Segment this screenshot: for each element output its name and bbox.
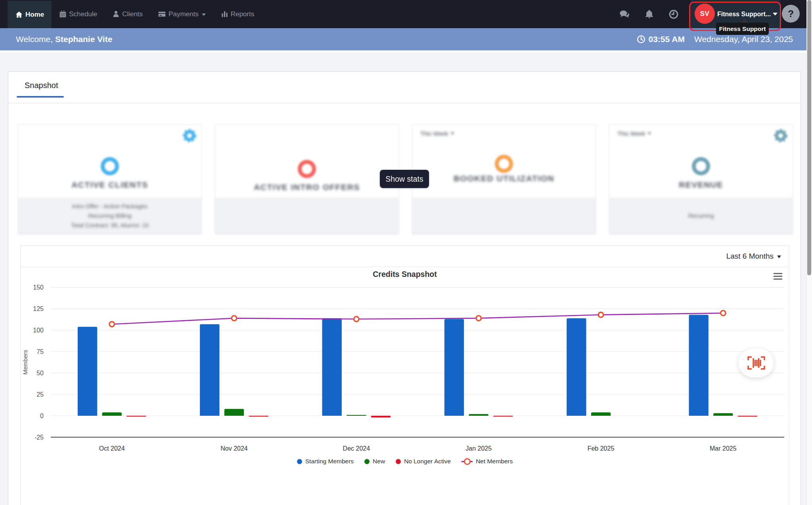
svg-text:75: 75: [36, 348, 44, 355]
svg-text:150: 150: [33, 284, 44, 291]
nav-item-schedule[interactable]: Schedule: [52, 0, 105, 28]
stat-card-footer: Intro Offer - Active Packages Recurring …: [18, 198, 201, 234]
legend-label: Starting Members: [305, 458, 354, 465]
stat-footer-line: Recurring Billing: [88, 211, 131, 221]
credits-snapshot-panel: Last 6 Months 1501251007550250-25Credits…: [20, 245, 789, 505]
clock-icon: [637, 35, 645, 44]
svg-text:125: 125: [33, 305, 44, 312]
top-navbar: Home Schedule Clients Payments: [0, 0, 812, 28]
gear-icon[interactable]: [774, 129, 788, 144]
chart-panel-header: Last 6 Months: [21, 246, 789, 267]
content-divider: [0, 50, 812, 53]
nav-item-label: Clients: [122, 10, 143, 18]
svg-text:Mar 2025: Mar 2025: [710, 445, 737, 452]
welcome-bar: Welcome, Stephanie Vite 03:55 AM Wednesd…: [0, 28, 812, 50]
stat-card-title: BOOKED UTILIZATION: [412, 174, 596, 183]
help-button[interactable]: ?: [782, 5, 800, 23]
profile-tooltip: Fitness Support: [716, 23, 769, 35]
home-icon: [15, 11, 23, 19]
legend-label: Net Members: [476, 458, 513, 465]
svg-text:50: 50: [36, 370, 44, 376]
legend-item[interactable]: Starting Members: [297, 458, 354, 465]
svg-text:Members: Members: [22, 350, 29, 375]
stat-card-title: ACTIVE INTRO OFFERS: [215, 182, 398, 192]
stat-card-booked-utilization[interactable]: This Week BOOKED UTILIZATION: [412, 124, 596, 234]
stat-card-title: REVENUE: [609, 180, 793, 190]
stat-footer-line: Intro Offer - Active Packages: [72, 202, 148, 211]
nav-item-label: Reports: [231, 10, 255, 18]
range-label: Last 6 Months: [726, 252, 774, 261]
loading-spinner: [101, 157, 119, 175]
barcode-scan-button[interactable]: [739, 349, 774, 377]
svg-text:Dec 2024: Dec 2024: [343, 445, 370, 452]
loading-spinner: [692, 157, 710, 175]
show-stats-button[interactable]: Show stats: [380, 170, 429, 188]
filter-label: This Week: [420, 130, 448, 137]
legend-item[interactable]: No Longer Active: [396, 458, 451, 465]
legend-item[interactable]: New: [364, 458, 385, 465]
svg-text:Jan 2025: Jan 2025: [465, 445, 492, 452]
active-tab-underline: [17, 96, 64, 98]
date-range-dropdown[interactable]: Last 6 Months: [726, 246, 781, 267]
loading-spinner: [495, 155, 513, 173]
greeting-text: Welcome,: [16, 35, 53, 44]
stat-card-footer: [215, 198, 398, 234]
stat-card-active-clients[interactable]: ACTIVE CLIENTS Intro Offer - Active Pack…: [18, 124, 202, 234]
credits-snapshot-chart: 1501251007550250-25Credits SnapshotMembe…: [21, 267, 789, 482]
notifications-bell-icon[interactable]: [644, 9, 654, 19]
bar-chart-icon: [221, 10, 228, 18]
navbar-actions: [619, 0, 679, 28]
week-filter-dropdown[interactable]: This Week: [420, 130, 454, 137]
current-date: Wednesday, April 23, 2025: [694, 35, 793, 44]
avatar: SV: [695, 4, 715, 24]
legend-label: New: [373, 458, 385, 465]
stat-footer-line: Recurring: [688, 211, 714, 221]
chevron-down-icon: [648, 132, 651, 134]
scrollbar-thumb[interactable]: [807, 0, 811, 275]
tab-snapshot[interactable]: Snapshot: [17, 72, 66, 103]
nav-item-label: Schedule: [69, 10, 97, 18]
nav-item-clients[interactable]: Clients: [105, 0, 150, 28]
legend-label: No Longer Active: [404, 458, 451, 465]
chevron-down-icon: [773, 13, 778, 15]
current-time: 03:55 AM: [649, 35, 685, 44]
person-icon: [112, 10, 120, 18]
nav-item-label: Payments: [169, 10, 199, 18]
datetime-display: 03:55 AM Wednesday, April 23, 2025: [637, 28, 793, 50]
nav-item-home[interactable]: Home: [8, 1, 52, 28]
stat-card-active-intro-offers[interactable]: ACTIVE INTRO OFFERS: [215, 124, 399, 234]
chevron-down-icon: [777, 255, 781, 258]
nav-item-reports[interactable]: Reports: [213, 0, 262, 28]
barcode-icon: [747, 356, 766, 370]
gear-icon[interactable]: [182, 129, 197, 144]
svg-text:-25: -25: [34, 434, 44, 441]
series-dot-icon: [396, 459, 401, 464]
snapshot-card: Snapshot ACTIVE CLIENTS Intro Offer - Ac…: [8, 71, 801, 505]
credit-card-icon: [158, 10, 166, 18]
scrollbar-track[interactable]: [806, 0, 812, 505]
filter-label: This Week: [617, 130, 645, 137]
stat-card-footer: Recurring: [609, 198, 793, 234]
svg-text:25: 25: [36, 391, 44, 398]
tooltip-arrow: [741, 19, 748, 23]
chevron-down-icon: [202, 13, 206, 16]
chart-context-menu[interactable]: [774, 273, 782, 280]
svg-text:0: 0: [40, 413, 44, 419]
week-filter-dropdown[interactable]: This Week: [617, 130, 651, 137]
history-clock-icon[interactable]: [668, 9, 679, 19]
nav-item-payments[interactable]: Payments: [150, 0, 213, 28]
stat-footer-line: Total Contract: 95, Alumni: 15: [71, 221, 149, 230]
chevron-down-icon: [451, 132, 454, 134]
loading-spinner: [298, 160, 316, 178]
main-nav: Home Schedule Clients Payments: [8, 0, 262, 28]
stat-card-footer: [412, 198, 596, 234]
user-name: Stephanie Vite: [55, 35, 112, 44]
svg-text:Feb 2025: Feb 2025: [588, 445, 615, 452]
messages-icon[interactable]: [619, 9, 630, 19]
svg-text:Oct 2024: Oct 2024: [99, 445, 125, 452]
legend-item[interactable]: Net Members: [462, 458, 513, 465]
welcome-message: Welcome, Stephanie Vite: [16, 28, 112, 50]
stat-card-revenue[interactable]: This Week REVENUE Recurring: [609, 124, 793, 234]
svg-text:Nov 2024: Nov 2024: [220, 445, 248, 452]
series-dot-icon: [297, 459, 302, 464]
